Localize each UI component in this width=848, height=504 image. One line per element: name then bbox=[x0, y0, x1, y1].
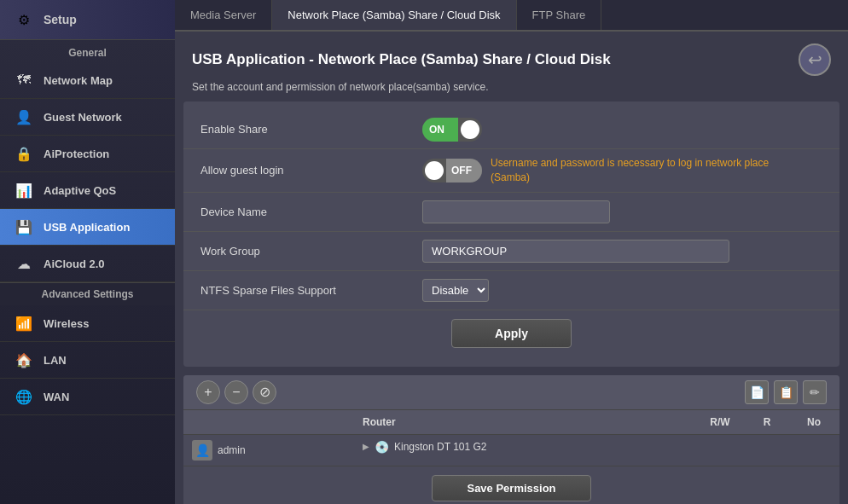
user-cell-inner: 👤 admin bbox=[192, 440, 346, 461]
username-label: admin bbox=[218, 444, 246, 456]
adaptive-qos-icon: 📊 bbox=[13, 179, 35, 201]
remove-user-button[interactable]: − bbox=[224, 380, 248, 404]
save-permission-button[interactable]: Save Permission bbox=[432, 475, 590, 501]
toggle-off-handle bbox=[425, 161, 444, 180]
perm-right-actions: 📄 📋 ✏ bbox=[745, 380, 827, 404]
enable-share-label: Enable Share bbox=[200, 123, 422, 136]
enable-share-toggle[interactable]: ON bbox=[422, 118, 482, 142]
no-cell bbox=[788, 434, 839, 466]
setup-label: Setup bbox=[44, 13, 77, 26]
expand-icon: ▶ bbox=[363, 442, 369, 451]
device-name-row: Device Name bbox=[183, 193, 839, 232]
aicloud-icon: ☁ bbox=[13, 252, 35, 275]
user-cell: 👤 admin bbox=[183, 434, 354, 466]
col-router: Router bbox=[354, 410, 694, 435]
allow-guest-toggle[interactable]: OFF bbox=[422, 159, 482, 182]
enable-share-row: Enable Share ON bbox=[183, 110, 839, 149]
col-no: No bbox=[788, 410, 839, 435]
allow-guest-label: Allow guest login bbox=[200, 164, 422, 177]
network-map-icon: 🗺 bbox=[13, 69, 35, 91]
lan-icon: 🏠 bbox=[13, 349, 35, 371]
wan-label: WAN bbox=[44, 391, 69, 403]
router-cell: ▶ 💿 Kingston DT 101 G2 bbox=[354, 434, 694, 466]
sidebar-item-adaptive-qos[interactable]: 📊 Adaptive QoS bbox=[0, 172, 175, 209]
allow-guest-value: OFF Username and password is necessary t… bbox=[422, 156, 822, 185]
device-name-value bbox=[422, 200, 822, 223]
wireless-icon: 📶 bbox=[13, 312, 35, 334]
network-map-label: Network Map bbox=[44, 74, 113, 87]
ntfs-value: Disable Enable bbox=[422, 279, 822, 302]
content-area: USB Application - Network Place (Samba) … bbox=[175, 32, 848, 504]
guest-warning-text: Username and password is necessary to lo… bbox=[491, 156, 798, 185]
work-group-label: Work Group bbox=[200, 245, 422, 258]
sidebar: ⚙ Setup General 🗺 Network Map 👤 Guest Ne… bbox=[0, 0, 175, 504]
page-title: USB Application - Network Place (Samba) … bbox=[192, 51, 611, 68]
work-group-value bbox=[422, 240, 822, 263]
table-row: 👤 admin ▶ 💿 Kingston DT 101 G2 bbox=[183, 434, 839, 466]
guest-network-label: Guest Network bbox=[44, 111, 122, 124]
perm-icon-3[interactable]: ✏ bbox=[803, 380, 827, 404]
sidebar-item-usb-application[interactable]: 💾 USB Application bbox=[0, 209, 175, 246]
sidebar-item-aicloud[interactable]: ☁ AiCloud 2.0 bbox=[0, 246, 175, 282]
wan-icon: 🌐 bbox=[13, 385, 35, 408]
save-permission-row: Save Permission bbox=[183, 466, 839, 504]
content-header: USB Application - Network Place (Samba) … bbox=[175, 32, 848, 81]
device-name-label: Device Name bbox=[200, 206, 422, 218]
edit-user-button[interactable]: ⊘ bbox=[253, 380, 276, 404]
apply-button[interactable]: Apply bbox=[451, 319, 572, 348]
advanced-settings-label: Advanced Settings bbox=[0, 282, 175, 305]
content-subtitle: Set the account and permission of networ… bbox=[175, 81, 848, 101]
toggle-handle bbox=[461, 120, 479, 139]
sidebar-item-guest-network[interactable]: 👤 Guest Network bbox=[0, 99, 175, 136]
general-section-label: General bbox=[0, 40, 175, 62]
work-group-row: Work Group bbox=[183, 232, 839, 271]
device-name-input[interactable] bbox=[422, 200, 610, 223]
tab-samba-share[interactable]: Network Place (Samba) Share / Cloud Disk bbox=[272, 0, 516, 30]
ntfs-label: NTFS Sparse Files Support bbox=[200, 284, 422, 297]
back-button[interactable]: ↩ bbox=[799, 43, 831, 76]
allow-guest-row: Allow guest login OFF Username and passw… bbox=[183, 149, 839, 193]
tab-media-server[interactable]: Media Server bbox=[175, 0, 272, 30]
apply-row: Apply bbox=[183, 310, 839, 358]
drive-label: Kingston DT 101 G2 bbox=[394, 441, 487, 453]
aiprotection-label: AiProtection bbox=[44, 148, 109, 160]
permissions-area: + − ⊘ 📄 📋 ✏ Router R/W R bbox=[183, 375, 839, 504]
perm-icon-2[interactable]: 📋 bbox=[774, 380, 798, 404]
usb-application-label: USB Application bbox=[44, 221, 130, 234]
permissions-header-row: Router R/W R No bbox=[183, 410, 839, 435]
main-content: Media Server Network Place (Samba) Share… bbox=[175, 0, 848, 504]
aicloud-label: AiCloud 2.0 bbox=[44, 258, 105, 270]
settings-form: Enable Share ON Allow guest login OFF U bbox=[183, 101, 839, 367]
perm-icon-1[interactable]: 📄 bbox=[745, 380, 769, 404]
adaptive-qos-label: Adaptive QoS bbox=[44, 184, 116, 197]
col-rw: R/W bbox=[694, 410, 746, 435]
sidebar-item-network-map[interactable]: 🗺 Network Map bbox=[0, 62, 175, 99]
r-cell bbox=[746, 434, 788, 466]
col-r: R bbox=[746, 410, 788, 435]
rw-cell bbox=[694, 434, 746, 466]
col-user bbox=[183, 410, 354, 435]
lan-label: LAN bbox=[44, 354, 67, 367]
add-user-button[interactable]: + bbox=[196, 380, 220, 404]
permissions-table: Router R/W R No 👤 admin bbox=[183, 410, 839, 466]
usb-application-icon: 💾 bbox=[13, 216, 35, 238]
sidebar-setup-item[interactable]: ⚙ Setup bbox=[0, 0, 175, 40]
sidebar-item-wireless[interactable]: 📶 Wireless bbox=[0, 305, 175, 342]
wireless-label: Wireless bbox=[44, 317, 89, 330]
work-group-input[interactable] bbox=[422, 240, 729, 263]
permissions-toolbar: + − ⊘ 📄 📋 ✏ bbox=[183, 375, 839, 410]
tab-ftp-share[interactable]: FTP Share bbox=[517, 0, 602, 30]
sidebar-item-lan[interactable]: 🏠 LAN bbox=[0, 342, 175, 379]
perm-actions: + − ⊘ bbox=[196, 380, 276, 404]
enable-share-value: ON bbox=[422, 118, 822, 142]
toggle-on-text: ON bbox=[422, 118, 458, 142]
tab-bar: Media Server Network Place (Samba) Share… bbox=[175, 0, 848, 32]
ntfs-select[interactable]: Disable Enable bbox=[422, 279, 489, 302]
drive-icon: 💿 bbox=[375, 440, 389, 454]
aiprotection-icon: 🔒 bbox=[13, 142, 35, 165]
avatar: 👤 bbox=[192, 440, 212, 461]
router-item: ▶ 💿 Kingston DT 101 G2 bbox=[363, 440, 686, 454]
toggle-off-text: OFF bbox=[446, 159, 482, 182]
sidebar-item-aiprotection[interactable]: 🔒 AiProtection bbox=[0, 136, 175, 172]
sidebar-item-wan[interactable]: 🌐 WAN bbox=[0, 379, 175, 415]
